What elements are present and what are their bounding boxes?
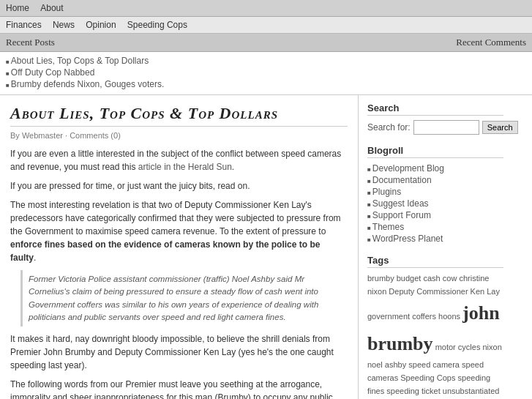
subnav-finances[interactable]: Finances bbox=[6, 20, 42, 30]
blogroll-link[interactable]: WordPress Planet bbox=[372, 234, 443, 244]
recent-post-link[interactable]: About Lies, Top Cops & Top Dollars bbox=[11, 56, 149, 66]
top-navigation: Home About bbox=[0, 0, 532, 17]
sidebar: Search Search for: Search Blogroll Devel… bbox=[359, 95, 512, 399]
tag-budget[interactable]: budget bbox=[397, 274, 422, 283]
tag-cash[interactable]: cash bbox=[423, 274, 440, 283]
comments-link[interactable]: 0 bbox=[113, 131, 118, 140]
tag-motor-cycles[interactable]: motor cycles bbox=[435, 343, 481, 351]
subnav-speeding-cops[interactable]: Speeding Cops bbox=[127, 20, 187, 30]
paragraph-5: The following words from our Premier mus… bbox=[10, 378, 348, 399]
main-layout: About Lies, Top Cops & Top Dollars By We… bbox=[0, 95, 532, 399]
blogroll-link[interactable]: Documentation bbox=[372, 175, 432, 185]
list-item: Documentation bbox=[367, 174, 503, 186]
search-row: Search for: Search bbox=[367, 120, 503, 135]
paragraph-4: It makes it hard, nay downright bloody i… bbox=[10, 332, 348, 372]
paragraph-2: If you are pressed for time, or just wan… bbox=[10, 179, 348, 193]
tag-speed-camera[interactable]: speed camera bbox=[408, 360, 460, 369]
tags-cloud: brumby budget cash cow christine nixon D… bbox=[367, 272, 503, 399]
search-heading: Search bbox=[367, 102, 503, 116]
list-item: Brumby defends Nixon, Gouges voters. bbox=[6, 78, 164, 90]
list-item: Plugins bbox=[367, 186, 503, 198]
subnav-opinion[interactable]: Opinion bbox=[86, 20, 116, 30]
list-item: Support Forum bbox=[367, 209, 503, 221]
blogroll-link[interactable]: Support Forum bbox=[372, 210, 431, 220]
paragraph-3: The most interesting revelation is that … bbox=[10, 198, 348, 264]
tag-speeding-ticket[interactable]: speeding ticket bbox=[386, 387, 440, 395]
tag-brumby[interactable]: brumby bbox=[367, 274, 394, 283]
blockquote-1: Former Victoria Police assistant commiss… bbox=[20, 270, 337, 327]
blogroll-section: Blogroll Development Blog Documentation … bbox=[367, 145, 503, 245]
tag-nixon[interactable]: nixon bbox=[482, 343, 501, 351]
blogroll-heading: Blogroll bbox=[367, 145, 503, 158]
header-strip: Recent Posts Recent Comments bbox=[0, 34, 532, 52]
content-area: About Lies, Top Cops & Top Dollars By We… bbox=[0, 95, 359, 399]
list-item: Off Duty Cop Nabbed bbox=[6, 67, 164, 78]
blogroll-link[interactable]: Plugins bbox=[372, 187, 401, 197]
blogroll-link[interactable]: Development Blog bbox=[372, 163, 444, 174]
search-button[interactable]: Search bbox=[482, 121, 518, 134]
article-title: About Lies, Top Cops & Top Dollars bbox=[10, 104, 348, 127]
sub-navigation: Finances News Opinion Speeding Cops bbox=[0, 17, 532, 34]
search-input[interactable] bbox=[413, 120, 479, 135]
list-item: Themes bbox=[367, 221, 503, 233]
list-item: Development Blog bbox=[367, 163, 503, 174]
list-item: WordPress Planet bbox=[367, 233, 503, 245]
list-item: Suggest Ideas bbox=[367, 198, 503, 209]
tag-deputy-commissioner-ken-lay[interactable]: Deputy Commissioner Ken Lay bbox=[389, 287, 500, 296]
meta-comments: · Comments (0) bbox=[65, 131, 121, 140]
tag-government-coffers[interactable]: government coffers bbox=[367, 312, 436, 321]
tags-heading: Tags bbox=[367, 255, 503, 268]
article-meta: By Webmaster · Comments (0) bbox=[10, 131, 348, 140]
recent-comments-heading: Recent Comments bbox=[456, 37, 526, 48]
recent-post-link[interactable]: Off Duty Cop Nabbed bbox=[11, 67, 95, 78]
recent-posts-section: About Lies, Top Cops & Top Dollars Off D… bbox=[0, 52, 532, 95]
tag-speeding-cops[interactable]: Speeding Cops bbox=[400, 373, 455, 382]
tag-cow[interactable]: cow bbox=[443, 274, 457, 283]
blogroll-list: Development Blog Documentation Plugins S… bbox=[367, 163, 503, 245]
list-item: About Lies, Top Cops & Top Dollars bbox=[6, 55, 164, 67]
blogroll-link[interactable]: Themes bbox=[372, 222, 404, 232]
recent-post-link[interactable]: Brumby defends Nixon, Gouges voters. bbox=[11, 79, 164, 89]
search-label: Search for: bbox=[367, 122, 411, 133]
blogroll-link[interactable]: Suggest Ideas bbox=[372, 198, 429, 209]
strong-text: enforce fines based on the evidence of c… bbox=[10, 239, 320, 263]
tag-hoons[interactable]: hoons bbox=[438, 312, 460, 321]
author-link[interactable]: Webmaster bbox=[22, 131, 63, 140]
tag-john-brumby[interactable]: john brumby bbox=[367, 302, 500, 354]
subnav-news[interactable]: News bbox=[53, 20, 75, 30]
herald-sun-link[interactable]: article in the Herald Sun bbox=[138, 162, 232, 172]
paragraph-1: If you are even a little interested in t… bbox=[10, 147, 348, 174]
tags-section: Tags brumby budget cash cow christine ni… bbox=[367, 255, 503, 399]
search-section: Search Search for: Search bbox=[367, 102, 503, 135]
nav-about[interactable]: About bbox=[40, 3, 63, 13]
nav-home[interactable]: Home bbox=[6, 3, 29, 13]
meta-by: By bbox=[10, 131, 20, 140]
recent-posts-heading: Recent Posts bbox=[6, 37, 55, 48]
tag-noel-ashby[interactable]: noel ashby bbox=[367, 360, 406, 369]
recent-posts-list: About Lies, Top Cops & Top Dollars Off D… bbox=[6, 55, 164, 90]
article-body: If you are even a little interested in t… bbox=[10, 147, 348, 399]
